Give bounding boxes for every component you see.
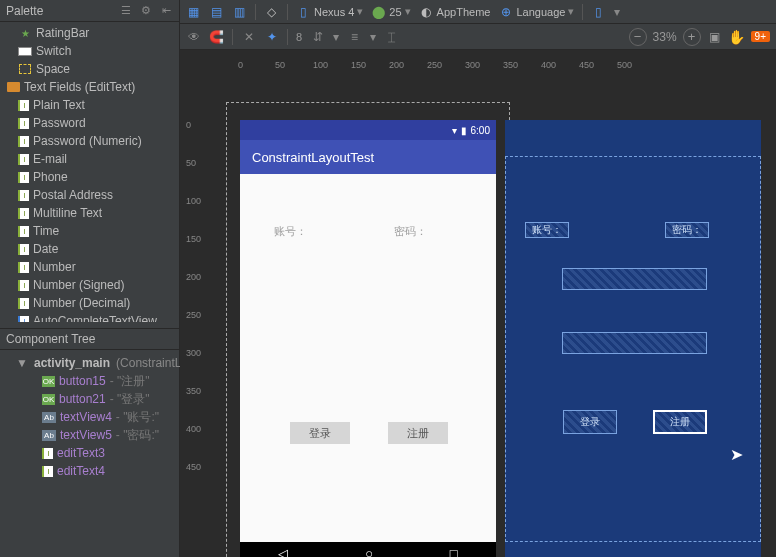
eye-icon[interactable]: 👁	[186, 29, 201, 44]
nav-back-icon[interactable]: ◁	[278, 546, 288, 557]
tree-node-textview5[interactable]: AbtextView5 - "密码:"	[0, 426, 179, 444]
ruler-horizontal: 0 50 100 150 200 250 300 350 400 450 500	[218, 60, 776, 74]
palette-item[interactable]: INumber (Signed)	[0, 276, 179, 294]
blueprint-preview[interactable]: 账号： 密码： 登录 注册	[505, 120, 761, 557]
edittext-icon: I	[42, 466, 53, 477]
palette-options-icon[interactable]: ☰	[119, 4, 133, 18]
palette-item[interactable]: INumber	[0, 258, 179, 276]
globe-icon: ⊕	[498, 4, 513, 19]
left-panel: Palette ☰ ⚙ ⇤ ★RatingBar Switch Space Te…	[0, 0, 180, 557]
tree-node-button15[interactable]: OKbutton15 - "注册"	[0, 372, 179, 390]
edittext-icon: I	[42, 448, 53, 459]
tree-root[interactable]: ▼ activity_main (ConstraintLayout)	[0, 354, 179, 372]
infer-constraints-icon[interactable]: ✦	[264, 29, 279, 44]
bp-label-password[interactable]: 密码：	[665, 222, 709, 238]
component-tree-title: Component Tree	[6, 332, 95, 346]
battery-icon: ▮	[461, 125, 467, 136]
nav-recent-icon[interactable]: □	[450, 546, 458, 557]
palette-item[interactable]: ITime	[0, 222, 179, 240]
zoom-in-button[interactable]: +	[683, 28, 701, 46]
palette-item-space[interactable]: Space	[0, 60, 179, 78]
config-toolbar: ▦ ▤ ▥ ◇ ▯Nexus 4▾ ⬤25▾ ◐AppTheme ⊕Langua…	[180, 0, 776, 24]
palette-header: Palette ☰ ⚙ ⇤	[0, 0, 179, 22]
design-content[interactable]: 账号： 密码： 登录 注册	[240, 174, 496, 542]
theme-icon: ◐	[419, 4, 434, 19]
gear-icon[interactable]: ⚙	[139, 4, 153, 18]
label-password[interactable]: 密码：	[394, 224, 427, 239]
magnet-icon[interactable]: 🧲	[209, 29, 224, 44]
tree-node-button21[interactable]: OKbutton21 - "登录"	[0, 390, 179, 408]
tree-node-edittext4[interactable]: IeditText4	[0, 462, 179, 480]
wifi-icon: ▾	[452, 125, 457, 136]
bp-edittext4[interactable]	[562, 332, 707, 354]
textview-icon: Ab	[42, 412, 56, 423]
pack-icon[interactable]: ⇵	[310, 29, 325, 44]
palette-item[interactable]: IAutoCompleteTextView	[0, 312, 179, 322]
tree-node-textview4[interactable]: AbtextView4 - "账号:"	[0, 408, 179, 426]
guideline-icon[interactable]: ⌶	[384, 29, 399, 44]
ruler-vertical: 0 50 100 150 200 250 300 350 400 450	[180, 90, 210, 557]
palette-item[interactable]: IPassword (Numeric)	[0, 132, 179, 150]
palette-title: Palette	[6, 4, 119, 18]
warnings-badge[interactable]: 9+	[751, 31, 770, 42]
ok-icon: OK	[42, 394, 55, 405]
device-icon: ▯	[296, 4, 311, 19]
clear-constraints-icon[interactable]: ✕	[241, 29, 256, 44]
palette-item[interactable]: IDate	[0, 240, 179, 258]
status-time: 6:00	[471, 125, 490, 136]
variant-icon[interactable]: ▯	[591, 4, 606, 19]
palette-item[interactable]: IPlain Text	[0, 96, 179, 114]
design-surface-icon[interactable]: ▦	[186, 4, 201, 19]
palette-item[interactable]: IPhone	[0, 168, 179, 186]
status-bar: ▾ ▮ 6:00	[240, 120, 496, 140]
zoom-out-button[interactable]: −	[629, 28, 647, 46]
component-tree[interactable]: ▼ activity_main (ConstraintLayout) OKbut…	[0, 350, 179, 480]
align-icon[interactable]: ≡	[347, 29, 362, 44]
palette-item[interactable]: IMultiline Text	[0, 204, 179, 222]
design-view-icon[interactable]: ▤	[209, 4, 224, 19]
register-button[interactable]: 注册	[388, 422, 448, 444]
app-title: ConstraintLayoutTest	[252, 150, 374, 165]
bp-register-button[interactable]: 注册	[653, 410, 707, 434]
bp-label-account[interactable]: 账号：	[525, 222, 569, 238]
expander-icon[interactable]: ▼	[16, 356, 26, 370]
nav-home-icon[interactable]: ○	[365, 546, 373, 557]
palette-tree[interactable]: ★RatingBar Switch Space Text Fields (Edi…	[0, 22, 179, 322]
locale-picker[interactable]: ⊕Language▾	[498, 3, 574, 21]
design-preview[interactable]: ▾ ▮ 6:00 ConstraintLayoutTest 账号： 密码： 登录…	[240, 120, 496, 557]
app-bar: ConstraintLayoutTest	[240, 140, 496, 174]
pan-icon[interactable]: ✋	[728, 29, 745, 45]
label-account[interactable]: 账号：	[274, 224, 307, 239]
orientation-icon[interactable]: ◇	[264, 4, 279, 19]
theme-picker[interactable]: ◐AppTheme	[419, 3, 491, 21]
component-tree-header: Component Tree	[0, 328, 179, 350]
nav-bar: ◁ ○ □	[240, 542, 496, 557]
palette-item[interactable]: IE-mail	[0, 150, 179, 168]
palette-category-textfields[interactable]: Text Fields (EditText)	[0, 78, 179, 96]
design-canvas[interactable]: 0 50 100 150 200 250 300 350 400 450 500…	[180, 50, 776, 557]
zoom-level: 33%	[653, 30, 677, 44]
zoom-fit-icon[interactable]: ▣	[707, 29, 722, 44]
collapse-icon[interactable]: ⇤	[159, 4, 173, 18]
palette-item[interactable]: IPostal Address	[0, 186, 179, 204]
palette-item-ratingbar[interactable]: ★RatingBar	[0, 24, 179, 42]
login-button[interactable]: 登录	[290, 422, 350, 444]
bp-edittext3[interactable]	[562, 268, 707, 290]
palette-item[interactable]: IPassword	[0, 114, 179, 132]
android-icon: ⬤	[371, 4, 386, 19]
api-picker[interactable]: ⬤25▾	[371, 3, 410, 21]
device-picker[interactable]: ▯Nexus 4▾	[296, 3, 363, 21]
bp-login-button[interactable]: 登录	[563, 410, 617, 434]
textview-icon: Ab	[42, 430, 56, 441]
palette-item[interactable]: INumber (Decimal)	[0, 294, 179, 312]
design-toolbar: 👁 🧲 ✕ ✦ 8 ⇵▾ ≡▾ ⌶ − 33% + ▣ ✋ 9+	[180, 24, 776, 50]
tree-node-edittext3[interactable]: IeditText3	[0, 444, 179, 462]
ok-icon: OK	[42, 376, 55, 387]
default-margin[interactable]: 8	[296, 31, 302, 43]
blueprint-view-icon[interactable]: ▥	[232, 4, 247, 19]
palette-item-switch[interactable]: Switch	[0, 42, 179, 60]
main-area: ▦ ▤ ▥ ◇ ▯Nexus 4▾ ⬤25▾ ◐AppTheme ⊕Langua…	[180, 0, 776, 557]
